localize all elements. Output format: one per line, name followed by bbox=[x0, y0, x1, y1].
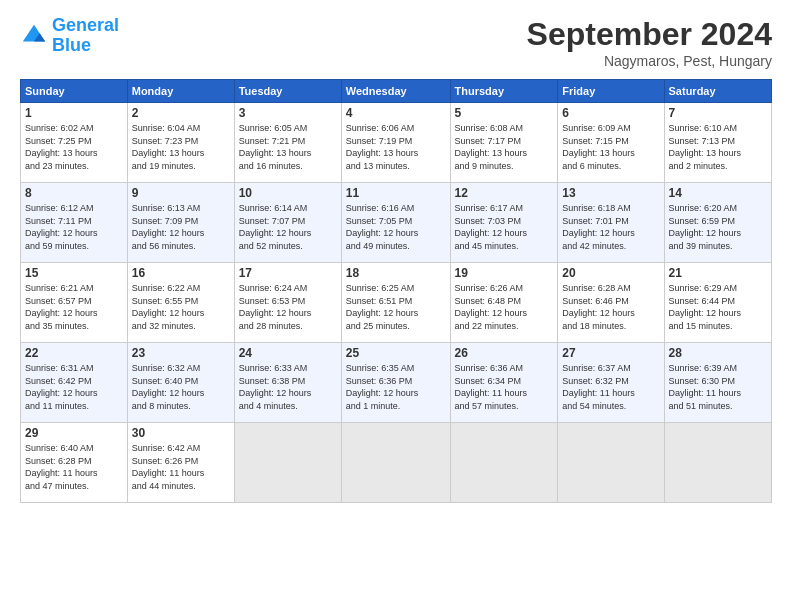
table-row bbox=[450, 423, 558, 503]
day-number: 5 bbox=[455, 106, 554, 120]
logo-icon bbox=[20, 22, 48, 50]
table-row: 30Sunrise: 6:42 AMSunset: 6:26 PMDayligh… bbox=[127, 423, 234, 503]
day-info: Sunrise: 6:22 AMSunset: 6:55 PMDaylight:… bbox=[132, 282, 230, 332]
day-number: 18 bbox=[346, 266, 446, 280]
table-row: 27Sunrise: 6:37 AMSunset: 6:32 PMDayligh… bbox=[558, 343, 664, 423]
table-row: 4Sunrise: 6:06 AMSunset: 7:19 PMDaylight… bbox=[341, 103, 450, 183]
table-row: 13Sunrise: 6:18 AMSunset: 7:01 PMDayligh… bbox=[558, 183, 664, 263]
day-info: Sunrise: 6:14 AMSunset: 7:07 PMDaylight:… bbox=[239, 202, 337, 252]
table-row bbox=[558, 423, 664, 503]
table-row: 28Sunrise: 6:39 AMSunset: 6:30 PMDayligh… bbox=[664, 343, 771, 423]
logo-blue: Blue bbox=[52, 35, 91, 55]
logo: General Blue bbox=[20, 16, 119, 56]
day-number: 28 bbox=[669, 346, 767, 360]
week-row-4: 22Sunrise: 6:31 AMSunset: 6:42 PMDayligh… bbox=[21, 343, 772, 423]
day-number: 15 bbox=[25, 266, 123, 280]
title-area: September 2024 Nagymaros, Pest, Hungary bbox=[527, 16, 772, 69]
table-row: 5Sunrise: 6:08 AMSunset: 7:17 PMDaylight… bbox=[450, 103, 558, 183]
day-info: Sunrise: 6:39 AMSunset: 6:30 PMDaylight:… bbox=[669, 362, 767, 412]
day-info: Sunrise: 6:31 AMSunset: 6:42 PMDaylight:… bbox=[25, 362, 123, 412]
day-info: Sunrise: 6:35 AMSunset: 6:36 PMDaylight:… bbox=[346, 362, 446, 412]
day-info: Sunrise: 6:42 AMSunset: 6:26 PMDaylight:… bbox=[132, 442, 230, 492]
table-row: 25Sunrise: 6:35 AMSunset: 6:36 PMDayligh… bbox=[341, 343, 450, 423]
day-number: 3 bbox=[239, 106, 337, 120]
table-row: 15Sunrise: 6:21 AMSunset: 6:57 PMDayligh… bbox=[21, 263, 128, 343]
day-info: Sunrise: 6:09 AMSunset: 7:15 PMDaylight:… bbox=[562, 122, 659, 172]
day-info: Sunrise: 6:02 AMSunset: 7:25 PMDaylight:… bbox=[25, 122, 123, 172]
day-info: Sunrise: 6:33 AMSunset: 6:38 PMDaylight:… bbox=[239, 362, 337, 412]
table-row bbox=[234, 423, 341, 503]
col-saturday: Saturday bbox=[664, 80, 771, 103]
week-row-3: 15Sunrise: 6:21 AMSunset: 6:57 PMDayligh… bbox=[21, 263, 772, 343]
day-number: 2 bbox=[132, 106, 230, 120]
day-info: Sunrise: 6:24 AMSunset: 6:53 PMDaylight:… bbox=[239, 282, 337, 332]
table-row bbox=[341, 423, 450, 503]
day-info: Sunrise: 6:29 AMSunset: 6:44 PMDaylight:… bbox=[669, 282, 767, 332]
table-row: 2Sunrise: 6:04 AMSunset: 7:23 PMDaylight… bbox=[127, 103, 234, 183]
day-info: Sunrise: 6:04 AMSunset: 7:23 PMDaylight:… bbox=[132, 122, 230, 172]
month-title: September 2024 bbox=[527, 16, 772, 53]
day-number: 29 bbox=[25, 426, 123, 440]
day-info: Sunrise: 6:05 AMSunset: 7:21 PMDaylight:… bbox=[239, 122, 337, 172]
header: General Blue September 2024 Nagymaros, P… bbox=[20, 16, 772, 69]
day-info: Sunrise: 6:37 AMSunset: 6:32 PMDaylight:… bbox=[562, 362, 659, 412]
day-number: 8 bbox=[25, 186, 123, 200]
table-row: 12Sunrise: 6:17 AMSunset: 7:03 PMDayligh… bbox=[450, 183, 558, 263]
day-number: 19 bbox=[455, 266, 554, 280]
table-row: 14Sunrise: 6:20 AMSunset: 6:59 PMDayligh… bbox=[664, 183, 771, 263]
table-row: 17Sunrise: 6:24 AMSunset: 6:53 PMDayligh… bbox=[234, 263, 341, 343]
table-row: 7Sunrise: 6:10 AMSunset: 7:13 PMDaylight… bbox=[664, 103, 771, 183]
day-info: Sunrise: 6:28 AMSunset: 6:46 PMDaylight:… bbox=[562, 282, 659, 332]
col-monday: Monday bbox=[127, 80, 234, 103]
day-number: 24 bbox=[239, 346, 337, 360]
day-number: 22 bbox=[25, 346, 123, 360]
table-row: 9Sunrise: 6:13 AMSunset: 7:09 PMDaylight… bbox=[127, 183, 234, 263]
col-wednesday: Wednesday bbox=[341, 80, 450, 103]
col-tuesday: Tuesday bbox=[234, 80, 341, 103]
col-thursday: Thursday bbox=[450, 80, 558, 103]
day-number: 7 bbox=[669, 106, 767, 120]
table-row: 3Sunrise: 6:05 AMSunset: 7:21 PMDaylight… bbox=[234, 103, 341, 183]
day-number: 16 bbox=[132, 266, 230, 280]
col-friday: Friday bbox=[558, 80, 664, 103]
day-info: Sunrise: 6:13 AMSunset: 7:09 PMDaylight:… bbox=[132, 202, 230, 252]
table-row: 18Sunrise: 6:25 AMSunset: 6:51 PMDayligh… bbox=[341, 263, 450, 343]
week-row-2: 8Sunrise: 6:12 AMSunset: 7:11 PMDaylight… bbox=[21, 183, 772, 263]
day-number: 25 bbox=[346, 346, 446, 360]
day-number: 10 bbox=[239, 186, 337, 200]
table-row: 1Sunrise: 6:02 AMSunset: 7:25 PMDaylight… bbox=[21, 103, 128, 183]
table-row bbox=[664, 423, 771, 503]
day-number: 12 bbox=[455, 186, 554, 200]
day-number: 6 bbox=[562, 106, 659, 120]
table-row: 23Sunrise: 6:32 AMSunset: 6:40 PMDayligh… bbox=[127, 343, 234, 423]
table-row: 26Sunrise: 6:36 AMSunset: 6:34 PMDayligh… bbox=[450, 343, 558, 423]
table-row: 22Sunrise: 6:31 AMSunset: 6:42 PMDayligh… bbox=[21, 343, 128, 423]
day-number: 20 bbox=[562, 266, 659, 280]
day-info: Sunrise: 6:10 AMSunset: 7:13 PMDaylight:… bbox=[669, 122, 767, 172]
table-row: 8Sunrise: 6:12 AMSunset: 7:11 PMDaylight… bbox=[21, 183, 128, 263]
logo-text: General Blue bbox=[52, 16, 119, 56]
day-info: Sunrise: 6:16 AMSunset: 7:05 PMDaylight:… bbox=[346, 202, 446, 252]
table-row: 20Sunrise: 6:28 AMSunset: 6:46 PMDayligh… bbox=[558, 263, 664, 343]
day-info: Sunrise: 6:20 AMSunset: 6:59 PMDaylight:… bbox=[669, 202, 767, 252]
day-number: 26 bbox=[455, 346, 554, 360]
day-info: Sunrise: 6:26 AMSunset: 6:48 PMDaylight:… bbox=[455, 282, 554, 332]
day-info: Sunrise: 6:06 AMSunset: 7:19 PMDaylight:… bbox=[346, 122, 446, 172]
day-number: 11 bbox=[346, 186, 446, 200]
day-info: Sunrise: 6:12 AMSunset: 7:11 PMDaylight:… bbox=[25, 202, 123, 252]
day-number: 21 bbox=[669, 266, 767, 280]
day-number: 17 bbox=[239, 266, 337, 280]
day-info: Sunrise: 6:40 AMSunset: 6:28 PMDaylight:… bbox=[25, 442, 123, 492]
day-info: Sunrise: 6:17 AMSunset: 7:03 PMDaylight:… bbox=[455, 202, 554, 252]
day-number: 4 bbox=[346, 106, 446, 120]
table-row: 24Sunrise: 6:33 AMSunset: 6:38 PMDayligh… bbox=[234, 343, 341, 423]
day-info: Sunrise: 6:21 AMSunset: 6:57 PMDaylight:… bbox=[25, 282, 123, 332]
page: General Blue September 2024 Nagymaros, P… bbox=[0, 0, 792, 612]
location: Nagymaros, Pest, Hungary bbox=[527, 53, 772, 69]
logo-general: General bbox=[52, 15, 119, 35]
table-row: 11Sunrise: 6:16 AMSunset: 7:05 PMDayligh… bbox=[341, 183, 450, 263]
day-number: 23 bbox=[132, 346, 230, 360]
day-info: Sunrise: 6:08 AMSunset: 7:17 PMDaylight:… bbox=[455, 122, 554, 172]
table-row: 19Sunrise: 6:26 AMSunset: 6:48 PMDayligh… bbox=[450, 263, 558, 343]
col-sunday: Sunday bbox=[21, 80, 128, 103]
